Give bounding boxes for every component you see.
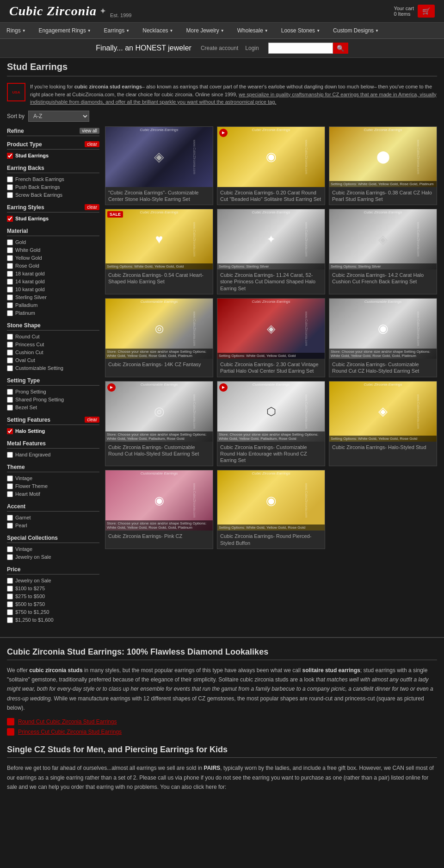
filter-price-100-275-cb[interactable] [7, 586, 13, 592]
nav-more-jewelry[interactable]: More Jewelry ▼ [180, 23, 231, 38]
product-card-12[interactable]: ◉ Customizable Earrings www.CubicZirconi… [105, 470, 213, 549]
filter-customizable-cb[interactable] [7, 365, 13, 371]
product-link-1[interactable]: Cubic Zirconia Earrings- 0.20 Carat Roun… [220, 190, 321, 202]
filter-french-back-checkbox[interactable] [7, 176, 13, 182]
cart-button[interactable]: 🛒 [418, 5, 435, 18]
filter-garnet[interactable]: Garnet [7, 514, 99, 522]
filter-price-275-500-cb[interactable] [7, 593, 13, 599]
filter-pearl[interactable]: Pearl [7, 522, 99, 530]
search-input[interactable] [268, 43, 333, 54]
nav-engagement-rings[interactable]: Engagement Rings ▼ [32, 23, 98, 38]
product-card-8[interactable]: ◉ Customizable Earrings www.CubicZirconi… [329, 298, 437, 377]
filter-price-500-750-cb[interactable] [7, 601, 13, 607]
filter-shared-prong-cb[interactable] [7, 397, 13, 403]
filter-stud-earrings-checkbox[interactable] [7, 153, 13, 159]
filter-screw-back-checkbox[interactable] [7, 192, 13, 198]
filter-shared-prong[interactable]: Shared Prong Setting [7, 396, 99, 404]
product-card-3[interactable]: ♥ SALE Cubic Zirconia Earrings www.Cubic… [105, 209, 213, 294]
product-link-11[interactable]: Cubic Zirconia Earrings- Halo-Styled Stu… [332, 444, 426, 450]
setting-features-clear[interactable]: clear [85, 417, 99, 423]
product-link-8[interactable]: Cubic Zirconia Earrings- Customizable Ro… [332, 362, 419, 374]
filter-palladium[interactable]: Palladium [7, 301, 99, 309]
product-type-clear[interactable]: clear [85, 141, 99, 147]
product-card-9[interactable]: ◎ ▶ Customizable Earrings www.CubicZirco… [105, 381, 213, 467]
filter-yellow-gold-cb[interactable] [7, 255, 13, 261]
filter-princess-cut-cb[interactable] [7, 342, 13, 348]
filter-price-100-275[interactable]: $100 to $275 [7, 585, 99, 593]
filter-oval-cut[interactable]: Oval Cut [7, 356, 99, 364]
filter-price-275-500[interactable]: $275 to $500 [7, 593, 99, 600]
filter-flower-cb[interactable] [7, 483, 13, 489]
filter-french-back[interactable]: French Back Earrings [7, 175, 99, 183]
product-link-10[interactable]: Cubic Zirconia Earrings- Customizable Ro… [220, 444, 307, 463]
filter-white-gold-cb[interactable] [7, 247, 13, 253]
filter-rose-gold-cb[interactable] [7, 263, 13, 269]
nav-custom-designs[interactable]: Custom Designs ▼ [327, 23, 385, 38]
filter-vintage-theme[interactable]: Vintage [7, 475, 99, 482]
filter-round-cut-cb[interactable] [7, 334, 13, 340]
product-link-9[interactable]: Cubic Zirconia Earrings- Customizable Ro… [108, 444, 199, 456]
filter-white-gold[interactable]: White Gold [7, 246, 99, 254]
sort-select[interactable]: A-Z Z-A Price: Low to High Price: High t… [28, 111, 89, 122]
filter-round-cut[interactable]: Round Cut [7, 333, 99, 341]
filter-jewelry-sale-cb[interactable] [7, 554, 13, 560]
product-card-2[interactable]: ⬤ Cubic Zirconia Earrings www.CubicZirco… [329, 126, 437, 206]
earring-styles-clear[interactable]: clear [85, 204, 99, 210]
product-link-12[interactable]: Cubic Zirconia Earrings- Pink CZ [108, 533, 182, 539]
filter-princess-cut[interactable]: Princess Cut [7, 341, 99, 349]
filter-stud-earrings[interactable]: Stud Earrings [7, 152, 99, 160]
filter-gold-cb[interactable] [7, 239, 13, 245]
filter-rose-gold[interactable]: Rose Gold [7, 262, 99, 270]
nav-loose-stones[interactable]: Loose Stones ▼ [275, 23, 327, 38]
product-card-6[interactable]: ◎ Customizable Earrings www.CubicZirconi… [105, 298, 213, 377]
product-card-0[interactable]: ◈ Cubic Zirconia Earrings www.CubicZirco… [105, 126, 213, 206]
filter-18k[interactable]: 18 karat gold [7, 270, 99, 278]
filter-vintage-sc[interactable]: Vintage [7, 545, 99, 553]
nav-rings[interactable]: Rings ▼ [0, 23, 32, 38]
product-link-0[interactable]: "Cubic Zirconia Earrings"- Customizable … [108, 190, 199, 202]
filter-18k-cb[interactable] [7, 271, 13, 277]
filter-screw-back[interactable]: Screw Back Earrings [7, 191, 99, 199]
filter-sterling[interactable]: Sterling Silver [7, 293, 99, 301]
product-link-2[interactable]: Cubic Zirconia Earrings- 0.38 Carat CZ H… [332, 190, 432, 202]
filter-price-500-750[interactable]: $500 to $750 [7, 600, 99, 608]
filter-cushion-cut-cb[interactable] [7, 350, 13, 356]
filter-halo[interactable]: Halo Setting [7, 427, 99, 435]
filter-price-750-1250-cb[interactable] [7, 609, 13, 615]
filter-platinum-cb[interactable] [7, 310, 13, 316]
filter-vintage-cb[interactable] [7, 475, 13, 481]
filter-pearl-cb[interactable] [7, 523, 13, 529]
filter-push-back[interactable]: Push Back Earrings [7, 183, 99, 191]
product-link-5[interactable]: Cubic Zirconia Earrings- 14.2 Carat Halo… [332, 272, 424, 284]
filter-14k[interactable]: 14 karat gold [7, 278, 99, 286]
filter-price-sale-cb[interactable] [7, 578, 13, 584]
filter-sterling-cb[interactable] [7, 294, 13, 300]
login-link[interactable]: Login [245, 45, 259, 51]
product-card-5[interactable]: ◈ Cubic Zirconia Earrings www.CubicZirco… [329, 209, 437, 294]
product-card-11[interactable]: ◈ Cubic Zirconia Earrings www.CubicZirco… [329, 381, 437, 467]
product-card-10[interactable]: ⬡ ▶ Customizable Earrings www.CubicZirco… [217, 381, 325, 467]
filter-bezel[interactable]: Bezel Set [7, 404, 99, 412]
product-link-7[interactable]: Cubic Zirconia Earrings- 2.30 Carat Vint… [220, 362, 319, 374]
nav-wholesale[interactable]: Wholesale ▼ [231, 23, 275, 38]
filter-price-1250-1600[interactable]: $1,250 to $1,600 [7, 616, 99, 624]
filter-palladium-cb[interactable] [7, 302, 13, 308]
nav-necklaces[interactable]: Necklaces ▼ [136, 23, 179, 38]
princess-cut-link[interactable]: Princess Cut Cubic Zirconia Stud Earring… [18, 729, 122, 735]
product-link-3[interactable]: Cubic Zirconia Earrings- 0.54 Carat Hear… [108, 272, 204, 284]
filter-bezel-cb[interactable] [7, 405, 13, 411]
filter-cushion-cut[interactable]: Cushion Cut [7, 349, 99, 356]
filter-hand-engraved-cb[interactable] [7, 452, 13, 458]
create-account-link[interactable]: Create account [201, 45, 238, 51]
filter-price-750-1250[interactable]: $750 to $1,250 [7, 608, 99, 616]
filter-stud-style[interactable]: Stud Earrings [7, 215, 99, 223]
product-card-1[interactable]: ◉ ▶ Cubic Zirconia Earrings www.CubicZir… [217, 126, 325, 206]
filter-push-back-checkbox[interactable] [7, 184, 13, 190]
filter-heart-motif[interactable]: Heart Motif [7, 490, 99, 498]
filter-prong-cb[interactable] [7, 389, 13, 395]
filter-prong[interactable]: Prong Setting [7, 388, 99, 396]
filter-stud-style-checkbox[interactable] [7, 216, 13, 222]
product-card-4[interactable]: ✦ Cubic Zirconia Earrings www.CubicZirco… [217, 209, 325, 294]
filter-vintage-sc-cb[interactable] [7, 546, 13, 552]
filter-flower-theme[interactable]: Flower Theme [7, 482, 99, 490]
